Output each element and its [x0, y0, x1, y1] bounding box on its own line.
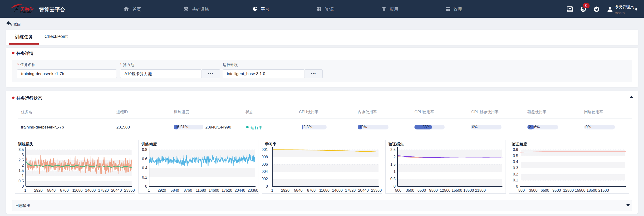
- svg-text:8760: 8760: [60, 188, 69, 192]
- svg-text:8760: 8760: [184, 188, 192, 192]
- svg-text:0.8: 0.8: [142, 148, 147, 152]
- svg-text:0.6: 0.6: [513, 148, 518, 152]
- svg-text:14600: 14600: [332, 188, 343, 192]
- svg-text:20440: 20440: [111, 188, 122, 192]
- svg-text:0.0004: 0.0004: [262, 169, 268, 174]
- svg-text:0: 0: [516, 184, 518, 188]
- svg-text:14600: 14600: [209, 188, 219, 192]
- svg-text:0.1: 0.1: [513, 178, 518, 182]
- svg-text:1.5: 1.5: [390, 162, 396, 166]
- svg-text:9500: 9500: [429, 188, 438, 192]
- svg-text:3500: 3500: [406, 188, 414, 192]
- svg-text:2920: 2920: [281, 188, 290, 192]
- svg-text:17520: 17520: [345, 188, 356, 192]
- svg-text:验证损失: 验证损失: [388, 142, 404, 146]
- svg-text:15500: 15500: [452, 188, 462, 192]
- svg-text:2: 2: [22, 163, 24, 167]
- svg-text:23360: 23360: [248, 188, 258, 192]
- svg-text:TOPSEC: TOPSEC: [20, 11, 32, 14]
- svg-text:5840: 5840: [170, 188, 179, 192]
- svg-text:0.0006: 0.0006: [262, 162, 268, 166]
- svg-text:1: 1: [394, 169, 396, 174]
- svg-text:5840: 5840: [47, 188, 56, 192]
- svg-text:17520: 17520: [222, 188, 232, 192]
- svg-text:9500: 9500: [552, 188, 561, 192]
- svg-text:2: 2: [394, 155, 396, 159]
- svg-text:2920: 2920: [34, 188, 42, 192]
- svg-text:1: 1: [271, 188, 273, 192]
- svg-text:6500: 6500: [541, 188, 549, 192]
- svg-text:0.4: 0.4: [513, 160, 518, 164]
- svg-text:5840: 5840: [294, 188, 302, 192]
- svg-text:20440: 20440: [358, 188, 369, 192]
- svg-text:8760: 8760: [307, 188, 316, 192]
- svg-text:1: 1: [24, 188, 26, 192]
- svg-text:11680: 11680: [72, 188, 82, 192]
- svg-text:12500: 12500: [563, 188, 574, 192]
- svg-text:0.5: 0.5: [18, 179, 24, 183]
- svg-text:21500: 21500: [598, 188, 609, 192]
- svg-text:15500: 15500: [575, 188, 586, 192]
- svg-text:2.5: 2.5: [390, 148, 396, 152]
- svg-text:训练损失: 训练损失: [18, 142, 34, 146]
- svg-text:23360: 23360: [124, 188, 135, 192]
- svg-text:0.3: 0.3: [513, 166, 518, 170]
- svg-text:0.0002: 0.0002: [262, 177, 268, 181]
- svg-text:0: 0: [145, 184, 147, 188]
- svg-text:0: 0: [394, 184, 396, 188]
- svg-text:500: 500: [395, 188, 402, 192]
- svg-text:18500: 18500: [464, 188, 474, 192]
- svg-text:6500: 6500: [418, 188, 426, 192]
- svg-text:12500: 12500: [440, 188, 450, 192]
- svg-text:0.5: 0.5: [513, 154, 518, 158]
- svg-text:0.001: 0.001: [262, 148, 268, 152]
- svg-text:0.6: 0.6: [142, 157, 147, 161]
- svg-text:14600: 14600: [85, 188, 96, 192]
- svg-text:0.5: 0.5: [390, 177, 396, 181]
- svg-text:学习率: 学习率: [265, 142, 276, 146]
- svg-text:3.5: 3.5: [18, 148, 24, 152]
- svg-text:验证精度: 验证精度: [512, 142, 527, 146]
- svg-text:500: 500: [518, 188, 525, 192]
- svg-text:训练精度: 训练精度: [141, 142, 157, 146]
- svg-text:1: 1: [148, 188, 150, 192]
- svg-text:2920: 2920: [158, 188, 166, 192]
- svg-text:0: 0: [266, 184, 268, 188]
- svg-text:1.5: 1.5: [18, 169, 24, 173]
- svg-text:0: 0: [22, 184, 24, 188]
- svg-text:0.2: 0.2: [513, 172, 518, 176]
- svg-text:21500: 21500: [475, 188, 486, 192]
- svg-text:0.4: 0.4: [142, 166, 147, 170]
- svg-text:3: 3: [22, 153, 24, 157]
- svg-text:11680: 11680: [319, 188, 330, 192]
- svg-text:18500: 18500: [587, 188, 597, 192]
- svg-text:0.2: 0.2: [142, 175, 147, 179]
- svg-text:2.5: 2.5: [18, 158, 24, 162]
- svg-text:0.0008: 0.0008: [262, 155, 268, 159]
- svg-text:3500: 3500: [529, 188, 538, 192]
- svg-text:1: 1: [22, 174, 24, 178]
- svg-text:23360: 23360: [371, 188, 382, 192]
- svg-text:20440: 20440: [234, 188, 245, 192]
- svg-text:17520: 17520: [98, 188, 109, 192]
- svg-text:11680: 11680: [196, 188, 206, 192]
